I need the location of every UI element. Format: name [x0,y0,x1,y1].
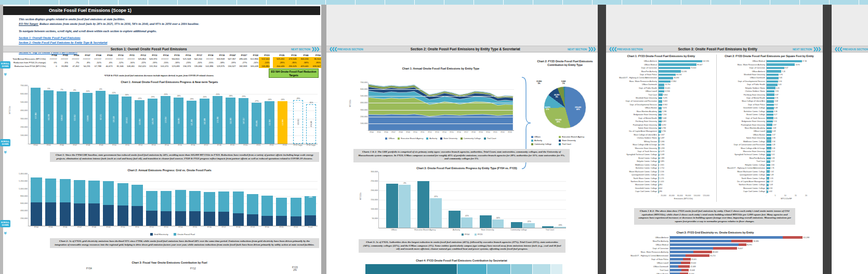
scroll-down-label[interactable]: SCROLLDOWN [0,220,10,227]
next-section-button[interactable]: NEXT SECTION ❯❯❯ [568,47,595,51]
chevron-right-icon: ❯❯❯ [813,47,820,51]
s2-pie-legend: UMassAuthorityCommunity CollegeExecutive… [531,135,584,147]
entity-label: Middlesex Comm. College [717,141,766,143]
entity-row: Dept. of State Police23,605 [610,257,821,261]
bar-value-label: 2.05 [771,154,775,156]
previous-section-button[interactable]: ❮❮❮ PREVIOUS SECTION [609,47,643,51]
x-axis-label: FY19 [477,131,484,133]
bar-zone: 151,398 [669,236,821,239]
s2-chart3-title: Chart 3: Onsite Fossil Fuel Emissions Pr… [373,167,560,170]
x-axis-label: FY17 [217,226,231,228]
scroll-down-widget[interactable]: SCROLLDOWN » [0,139,10,156]
previous-section-button[interactable]: ❮❮❮ PREVIOUS SECTION [329,47,363,51]
entity-label: UMass Lowell [610,262,669,264]
entity-label: Bristol Comm. College [717,114,766,116]
x-axis-label: UMass [378,229,410,231]
legend-item: Trial Court [559,143,584,146]
next-section-button[interactable]: NEXT SECTION ❯❯❯ [793,47,820,51]
next-section-label[interactable]: NEXT SECTION [568,48,587,51]
next-section-label[interactable]: NEXT SECTION [793,48,812,51]
bar [767,77,779,79]
bar [767,154,771,156]
onsite-bar [681,269,689,271]
stacked-bar [60,174,71,226]
link-section1[interactable]: Section 1: Overall Onsite Fossil Fuel Em… [19,36,316,40]
bar-fy23-wrap: -41% [461,215,473,228]
bar-pct-label: -34% [496,217,500,219]
entity-row: Dept. of Correction76,607 [610,246,821,250]
bar-column: -28%525,651 [292,86,305,144]
table-cell [4,53,46,57]
scroll-down-widget[interactable]: SCROLLDOWN » [0,220,10,237]
onsite-bar [678,265,690,268]
target-cell: -95% [309,61,321,64]
previous-section-button[interactable]: ❮❮❮ PREVIOUS SECTION [834,47,868,51]
bar [767,70,781,73]
entity-row: Trial Court21,608 [610,268,821,272]
s2-chart4-title: Chart 4: FY23 Onsite Fossil Fuel Emissio… [368,259,555,262]
x-axis-label: FY13 [433,131,441,133]
scroll-down-label[interactable]: SCROLLDOWN [0,61,10,68]
value-cell: 165,028 [247,64,259,68]
bar-column: -15%576,814 [159,86,172,144]
year-header: FY17 [191,53,203,57]
bar-value-label: 6,392 [661,124,666,126]
previous-section-label[interactable]: PREVIOUS SECTION [337,48,363,51]
bar: 677,884 [31,88,41,144]
entity-row: UMass Medical86,995 [610,243,821,246]
bar-value-label: 2,298 [660,147,665,149]
bar-value-label: 4.45 [775,87,780,89]
value-cell: ###### [157,57,169,61]
intro-line1: This section displays graphs related to … [19,17,316,22]
bar-value-label: 3.26 [773,117,778,119]
year-header: FY13 [147,53,158,57]
legend-swatch [174,233,176,236]
bar-column [116,174,130,226]
entity-label: Northern Essex Comm. College [609,181,658,183]
bar-column [202,174,217,226]
entity-label: Holyoke Comm. College [609,160,658,162]
scroll-down-label[interactable]: SCROLLDOWN [0,139,10,146]
value-cell: -15% [157,61,169,64]
year-header: FY19 [214,53,225,57]
bar: 576,814 [161,96,171,144]
entity-label: Dept. of Developmental Services [609,104,658,106]
entity-label: MassDOT - Highway & Central Administrati… [717,167,766,169]
bar-value-label: 9,063 [662,100,667,102]
segment-label: -24% [305,196,316,198]
onsite-segment [74,180,85,203]
window-split-bar[interactable] [823,5,832,274]
value-cell: -16% [124,61,136,64]
entity-label: Trial Court [610,269,669,271]
stacked-bar [233,174,244,226]
y-axis-tick: 400,000 [20,210,29,212]
bar-total-label: 151,398 [803,237,809,239]
chevron-down-icon[interactable]: » [3,232,8,235]
bar-pct-label: -28% [296,98,300,100]
next-section-button[interactable]: NEXT SECTION ❯❯❯ [291,47,319,51]
entity-label: Mass College of Liberal Arts [609,134,658,136]
chevron-down-icon[interactable]: » [3,73,8,76]
pie-data-label: 44,2809% [554,94,559,98]
y-axis-tick: 500,000 [20,101,29,103]
value-cell: -18% [169,61,180,64]
entity-label: UMass Dartmouth [609,84,658,86]
legend-swatch [559,136,561,138]
value-cell: 521,508 [180,57,192,61]
stacked-bar [204,174,215,226]
window-split-bar[interactable] [598,5,606,274]
bar-value-label: 7,286 [662,111,667,113]
previous-section-label[interactable]: PREVIOUS SECTION [617,48,642,51]
entity-label: Dept. of Youth Services [717,117,766,119]
section3-header: ❮❮❮ PREVIOUS SECTION Section 3: Onsite F… [606,46,823,52]
bar-value-label: 3.10 [773,120,777,122]
scroll-down-widget[interactable]: SCROLLDOWN » [0,61,10,78]
entity-label: Chelsea Soldiers' Home [717,90,766,92]
previous-section-label[interactable]: PREVIOUS SECTION [843,48,868,51]
bar-zone: 76,607 [669,246,821,250]
next-section-label[interactable]: NEXT SECTION [291,48,310,51]
bar-value-label: 1.08 [769,184,773,186]
bar-column: -6%637,211 [94,86,107,144]
link-section2[interactable]: Section 2: Onsite Fossil Fuel Emissions … [19,40,316,45]
chevron-down-icon[interactable]: » [3,151,8,154]
